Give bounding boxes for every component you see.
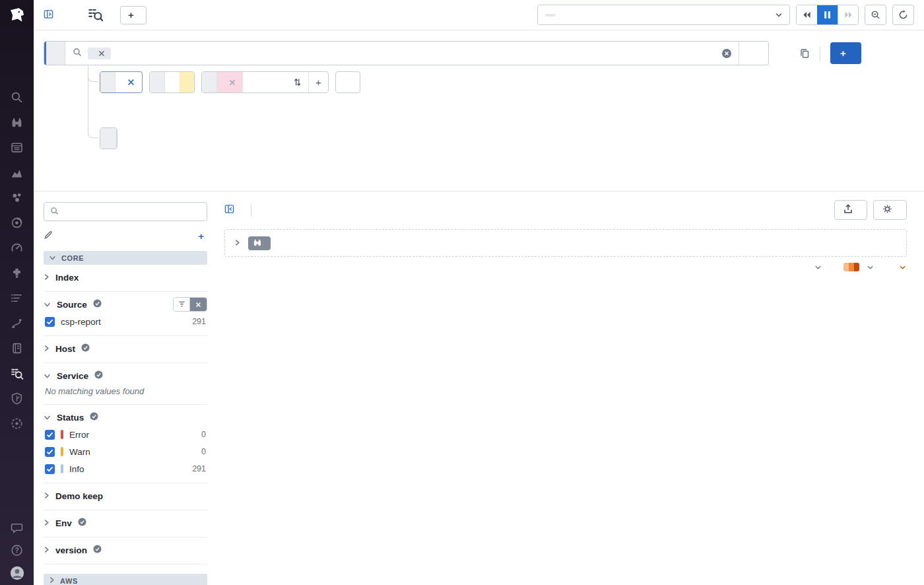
integrations-icon[interactable] (10, 266, 24, 280)
main-chart-plot[interactable] (254, 285, 904, 547)
views-button[interactable] (44, 9, 58, 21)
facet-header-demo-keep[interactable]: Demo keep (44, 487, 207, 504)
show-control[interactable] (149, 71, 195, 93)
facet-search-box[interactable] (44, 202, 207, 221)
facet-value-label: csp-report (61, 317, 101, 327)
chat-icon[interactable] (10, 521, 24, 535)
facet-clear-button[interactable] (190, 298, 207, 311)
facet-value-csp-report[interactable]: csp-report291 (44, 313, 207, 330)
options-button[interactable] (873, 200, 907, 220)
watchdog-icon[interactable] (10, 116, 24, 129)
results-panel (224, 191, 907, 585)
verified-check-icon (93, 299, 102, 310)
search-input-area[interactable] (65, 42, 715, 65)
display-select[interactable] (811, 265, 821, 269)
formula-control[interactable] (335, 71, 360, 93)
help-icon[interactable]: ? (10, 543, 24, 557)
watchdog-insights-row[interactable] (224, 229, 907, 257)
app-title-wrap (87, 6, 109, 24)
copy-icon[interactable] (799, 48, 810, 59)
remove-tag-icon[interactable] (98, 50, 105, 57)
by-value-chip[interactable] (217, 72, 243, 92)
facet-count: 291 (192, 464, 207, 473)
by-control[interactable]: + (201, 71, 329, 93)
group-into-control[interactable] (100, 71, 143, 93)
log-volume-minichart[interactable] (44, 128, 914, 178)
facet-header-status[interactable]: Status (44, 409, 207, 426)
aggregation-target[interactable] (180, 72, 194, 92)
facet-search-input[interactable] (64, 207, 201, 217)
facet-value-warn[interactable]: Warn0 (44, 443, 207, 460)
export-button[interactable] (834, 200, 867, 220)
sort-order-icon[interactable] (286, 72, 308, 92)
add-facet-button[interactable]: + (198, 231, 207, 241)
aggregation-function[interactable] (165, 72, 180, 92)
fast-forward-button[interactable] (838, 5, 858, 24)
facet-section-status: StatusError0Warn0Info291 (44, 405, 207, 483)
notebooks-icon[interactable] (10, 341, 24, 355)
checkbox-checked[interactable] (45, 464, 55, 474)
main-chart-x-axis (254, 548, 904, 561)
rollup-select[interactable] (896, 265, 906, 269)
sigma-button[interactable] (336, 72, 360, 92)
synthetics-icon[interactable] (10, 241, 24, 255)
save-button[interactable]: + (120, 6, 147, 24)
infrastructure-icon[interactable] (10, 191, 24, 205)
dashboards-icon[interactable] (10, 141, 24, 155)
by-label (202, 72, 217, 92)
add-group-by-button[interactable]: + (308, 72, 328, 92)
ci-pipelines-icon[interactable] (10, 316, 24, 330)
refresh-button[interactable] (892, 5, 914, 25)
facet-header-host[interactable]: Host (44, 340, 207, 357)
results-header (224, 199, 907, 221)
time-controls (537, 5, 914, 25)
facet-group-aws[interactable]: AWS (44, 574, 207, 585)
hide-controls-button[interactable] (224, 204, 240, 216)
search-filter-tag[interactable] (88, 48, 111, 59)
facet-header-env[interactable]: Env (44, 514, 207, 532)
facet-value-error[interactable]: Error0 (44, 426, 207, 443)
chevron-right-icon (44, 344, 50, 354)
pencil-icon[interactable] (44, 230, 53, 242)
pause-button[interactable] (817, 5, 838, 24)
log-search-box[interactable] (44, 41, 769, 65)
chevron-down-icon (900, 265, 906, 269)
raw-query-toggle[interactable] (739, 42, 768, 65)
metrics-icon[interactable] (10, 166, 24, 180)
facet-value-info[interactable]: Info291 (44, 460, 207, 477)
checkbox-checked[interactable] (45, 317, 55, 327)
zoom-out-button[interactable] (865, 5, 886, 25)
logs-icon-active[interactable] (10, 366, 24, 380)
add-button[interactable]: + (830, 42, 861, 64)
checkbox-checked[interactable] (45, 447, 55, 457)
limit-order[interactable] (257, 72, 272, 92)
checkbox-checked[interactable] (45, 430, 55, 440)
minichart-plot[interactable] (64, 132, 913, 162)
facet-section-index: Index (44, 265, 207, 292)
compliance-icon[interactable] (10, 417, 24, 430)
facet-header-index[interactable]: Index (44, 269, 207, 286)
clear-search-button[interactable] (715, 42, 739, 65)
time-range-picker[interactable] (537, 5, 790, 25)
datadog-logo[interactable] (6, 5, 28, 27)
events-icon[interactable] (10, 291, 24, 305)
remove-by-icon[interactable] (229, 79, 236, 86)
group-value-chip[interactable] (116, 72, 142, 92)
search-icon[interactable] (10, 90, 24, 104)
remove-group-icon[interactable] (127, 79, 135, 86)
rewind-button[interactable] (797, 5, 817, 24)
facet-group-core[interactable]: CORE (44, 251, 207, 265)
violated-directives-timeseries[interactable] (224, 285, 907, 585)
security-icon[interactable] (10, 392, 24, 405)
facet-filter-button[interactable] (174, 298, 190, 311)
user-avatar[interactable] (10, 566, 24, 580)
facet-showing-row: + (44, 230, 207, 242)
orange-palette-swatch (843, 263, 859, 271)
facet-header-version[interactable]: version (44, 541, 207, 559)
color-select[interactable] (843, 263, 873, 271)
apm-icon[interactable] (10, 216, 24, 230)
tree-connector (88, 66, 98, 138)
facet-header-source[interactable]: Source (44, 296, 207, 313)
limit-count[interactable] (272, 72, 286, 92)
facet-header-service[interactable]: Service (44, 367, 207, 384)
